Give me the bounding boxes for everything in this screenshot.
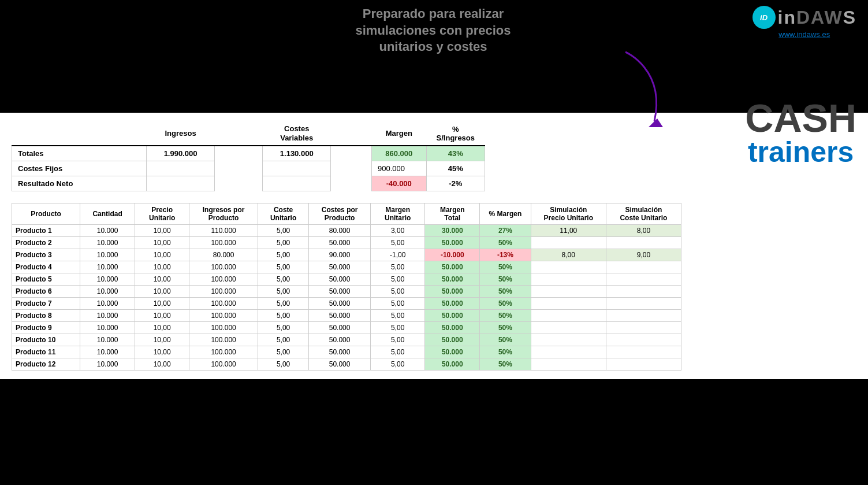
cell-sim-coste[interactable] — [606, 334, 681, 346]
cell-sim-coste[interactable]: 8,00 — [606, 225, 681, 237]
cell-margen-t: 50.000 — [425, 237, 480, 249]
cell-costes: 50.000 — [309, 346, 370, 358]
cell-margen-t: 50.000 — [425, 322, 480, 334]
summary-costes — [263, 176, 331, 191]
svg-marker-0 — [649, 119, 663, 127]
cell-margen-u: 5,00 — [370, 322, 425, 334]
cell-precio: 10,00 — [135, 310, 189, 322]
cell-margen-u: 3,00 — [370, 225, 425, 237]
cell-sim-coste[interactable] — [606, 322, 681, 334]
cell-precio: 10,00 — [135, 273, 189, 286]
cell-sim-coste[interactable] — [606, 273, 681, 286]
cell-coste-u: 5,00 — [258, 298, 309, 310]
th-precio-unitario: PrecioUnitario — [135, 203, 189, 225]
cell-sim-coste[interactable] — [606, 286, 681, 298]
summary-label: Costes Fijos — [12, 161, 147, 176]
table-row: Producto 4 10.000 10,00 100.000 5,00 50.… — [12, 261, 681, 273]
th-pct-margen: % Margen — [480, 203, 531, 225]
cell-sim-coste[interactable] — [606, 237, 681, 249]
cell-sim-precio[interactable] — [531, 286, 606, 298]
cash-text: CASH — [745, 98, 856, 138]
cell-coste-u: 5,00 — [258, 322, 309, 334]
cell-ingresos: 100.000 — [189, 334, 258, 346]
summary-ingresos — [147, 176, 215, 191]
summary-ingresos: 1.990.000 — [147, 146, 215, 161]
col-header-margen: Margen — [372, 121, 427, 146]
cell-margen-u: 5,00 — [370, 346, 425, 358]
cell-sim-precio[interactable] — [531, 346, 606, 358]
cell-costes: 50.000 — [309, 237, 370, 249]
cell-sim-precio[interactable] — [531, 322, 606, 334]
cell-precio: 10,00 — [135, 249, 189, 261]
cell-coste-u: 5,00 — [258, 310, 309, 322]
cell-costes: 50.000 — [309, 298, 370, 310]
cell-margen-t: 50.000 — [425, 310, 480, 322]
trainers-text: trainers — [745, 138, 856, 166]
cell-sim-precio[interactable] — [531, 298, 606, 310]
th-sim-precio: SimulaciónPrecio Unitario — [531, 203, 606, 225]
cell-ingresos: 100.000 — [189, 346, 258, 358]
cell-precio: 10,00 — [135, 346, 189, 358]
cell-sim-precio[interactable]: 8,00 — [531, 249, 606, 261]
summary-label: Resultado Neto — [12, 176, 147, 191]
tagline: Preparado para realizar simulaciones con… — [318, 6, 549, 55]
summary-label: Totales — [12, 146, 147, 161]
cell-sim-coste[interactable] — [606, 298, 681, 310]
cell-pct: 50% — [480, 322, 531, 334]
cell-ingresos: 100.000 — [189, 261, 258, 273]
th-ingresos-producto: Ingresos porProducto — [189, 203, 258, 225]
cell-sim-coste[interactable] — [606, 358, 681, 371]
cell-sim-coste[interactable] — [606, 310, 681, 322]
summary-row: Resultado Neto -40.000 -2% — [12, 176, 485, 191]
cell-sim-precio[interactable]: 11,00 — [531, 225, 606, 237]
table-row: Producto 3 10.000 10,00 80.000 5,00 90.0… — [12, 249, 681, 261]
col-header-ingresos: Ingresos — [147, 121, 215, 146]
cell-producto: Producto 4 — [12, 261, 80, 273]
cell-ingresos: 100.000 — [189, 286, 258, 298]
cell-costes: 50.000 — [309, 334, 370, 346]
cell-sim-coste[interactable] — [606, 346, 681, 358]
cell-costes: 50.000 — [309, 358, 370, 371]
cell-cantidad: 10.000 — [80, 334, 135, 346]
cell-producto: Producto 11 — [12, 346, 80, 358]
cell-precio: 10,00 — [135, 334, 189, 346]
cell-sim-precio[interactable] — [531, 358, 606, 371]
cell-sim-precio[interactable] — [531, 334, 606, 346]
cell-margen-t: 30.000 — [425, 225, 480, 237]
th-sim-coste: SimulaciónCoste Unitario — [606, 203, 681, 225]
cell-coste-u: 5,00 — [258, 334, 309, 346]
cell-producto: Producto 5 — [12, 273, 80, 286]
summary-row: Totales 1.990.000 1.130.000 860.000 43% — [12, 146, 485, 161]
cell-margen-u: 5,00 — [370, 261, 425, 273]
cell-producto: Producto 3 — [12, 249, 80, 261]
cell-ingresos: 100.000 — [189, 273, 258, 286]
cell-costes: 50.000 — [309, 310, 370, 322]
website-url[interactable]: www.indaws.es — [778, 30, 830, 39]
th-coste-unitario: CosteUnitario — [258, 203, 309, 225]
cell-sim-precio[interactable] — [531, 237, 606, 249]
cell-precio: 10,00 — [135, 358, 189, 371]
cell-sim-coste[interactable] — [606, 261, 681, 273]
cell-cantidad: 10.000 — [80, 225, 135, 237]
cell-sim-precio[interactable] — [531, 273, 606, 286]
cell-sim-precio[interactable] — [531, 261, 606, 273]
cell-costes: 50.000 — [309, 261, 370, 273]
th-cantidad: Cantidad — [80, 203, 135, 225]
cell-pct: 50% — [480, 310, 531, 322]
logo-icon: iD — [752, 6, 776, 29]
cell-producto: Producto 7 — [12, 298, 80, 310]
cell-producto: Producto 6 — [12, 286, 80, 298]
summary-margen: 860.000 — [372, 146, 427, 161]
cell-pct: 50% — [480, 286, 531, 298]
cell-cantidad: 10.000 — [80, 237, 135, 249]
cell-margen-t: 50.000 — [425, 261, 480, 273]
th-costes-producto: Costes porProducto — [309, 203, 370, 225]
cell-costes: 80.000 — [309, 225, 370, 237]
cell-sim-precio[interactable] — [531, 310, 606, 322]
cell-cantidad: 10.000 — [80, 273, 135, 286]
cell-sim-coste[interactable]: 9,00 — [606, 249, 681, 261]
table-row: Producto 8 10.000 10,00 100.000 5,00 50.… — [12, 310, 681, 322]
cell-margen-u: -1,00 — [370, 249, 425, 261]
cell-margen-t: 50.000 — [425, 358, 480, 371]
table-row: Producto 7 10.000 10,00 100.000 5,00 50.… — [12, 298, 681, 310]
